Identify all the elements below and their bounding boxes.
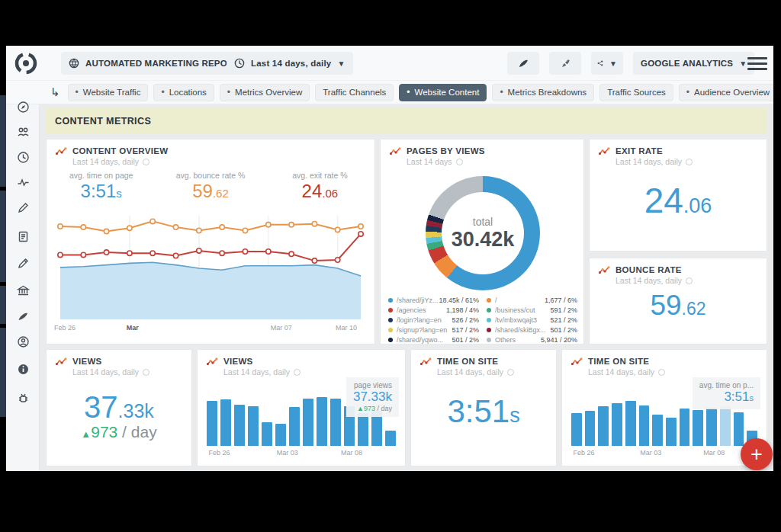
info-circle-icon bbox=[658, 369, 665, 376]
top-toolbar: AUTOMATED MARKETING REPORTS ▼ Last 14 da… bbox=[6, 46, 773, 81]
edge-strip-segment bbox=[0, 95, 6, 187]
sidebar-brush-icon[interactable] bbox=[17, 310, 30, 323]
time-on-site-chart-card: TIME ON SITE Last 14 days, daily Feb 26M… bbox=[561, 349, 767, 466]
section-title: CONTENT METRICS bbox=[55, 116, 151, 127]
chart-widget-icon bbox=[420, 357, 432, 366]
legend-item--shared-yqwo-[interactable]: /shared/yqwo...501 / 2% bbox=[388, 335, 479, 345]
tab-website-traffic[interactable]: •Website Traffic bbox=[68, 84, 149, 101]
tab-label: Locations bbox=[169, 88, 207, 97]
bar bbox=[652, 415, 663, 446]
triangle-up-icon: ▲ bbox=[357, 405, 364, 412]
card-subtitle: Last 14 days, daily bbox=[588, 367, 654, 377]
time-on-site-tooltip: avg. time on p... 3:51s bbox=[693, 377, 760, 409]
legend-dot-icon bbox=[388, 298, 393, 303]
bar bbox=[358, 413, 368, 446]
edge-strip-segment bbox=[0, 328, 6, 417]
tab-website-content[interactable]: •Website Content bbox=[399, 84, 487, 101]
chart-widget-icon bbox=[390, 147, 401, 155]
menu-button[interactable] bbox=[747, 53, 767, 73]
bar bbox=[666, 418, 677, 446]
exit-rate-card: EXIT RATE Last 14 days, daily 24.06 bbox=[589, 139, 767, 252]
sidebar-pen-icon[interactable] bbox=[17, 201, 30, 214]
card-subtitle: Last 14 days, daily bbox=[615, 276, 682, 285]
card-title: EXIT RATE bbox=[615, 146, 663, 155]
tab-traffic-channels[interactable]: Traffic Channels bbox=[315, 84, 394, 101]
legend-item--login-lang-en[interactable]: /login?lang=en526 / 2% bbox=[388, 315, 479, 325]
legend-item--business-cut[interactable]: /business/cut591 / 2% bbox=[487, 305, 577, 315]
legend-dot-icon bbox=[388, 318, 393, 322]
bar bbox=[330, 399, 341, 446]
pages-by-views-card: PAGES BY VIEWS Last 14 days total 30.42k… bbox=[380, 139, 584, 345]
stat-exit-rate: avg. exit rate % 24.06 bbox=[265, 171, 374, 202]
legend-dot-icon bbox=[388, 328, 393, 332]
info-circle-icon bbox=[294, 369, 301, 376]
x-axis-tick: Mar bbox=[127, 324, 139, 332]
caret-down-icon: ▼ bbox=[609, 59, 617, 68]
stat-time-on-page: avg. time on page 3:51s bbox=[47, 171, 156, 202]
bar bbox=[612, 403, 622, 446]
bar bbox=[275, 424, 286, 446]
bar bbox=[706, 408, 717, 446]
tab-audience-overview[interactable]: •Audience Overview bbox=[679, 84, 773, 101]
chart-widget-icon bbox=[207, 357, 218, 366]
tab-metrics-overview[interactable]: •Metrics Overview bbox=[220, 84, 310, 101]
legend-dot-icon bbox=[487, 308, 491, 312]
legend-dot-icon bbox=[388, 338, 393, 342]
info-circle-icon bbox=[456, 159, 463, 165]
bar bbox=[598, 406, 609, 447]
legend-item-others[interactable]: Others5,941 / 20% bbox=[487, 335, 577, 345]
line-chart-x-axis: Feb 26MarMar 07Mar 10 bbox=[54, 324, 367, 335]
magic-brush-button[interactable] bbox=[549, 52, 581, 75]
legend-item--signup-lang-en[interactable]: /signup?lang=en517 / 2% bbox=[388, 325, 479, 335]
date-range-selector[interactable]: Last 14 days, daily ▼ bbox=[227, 52, 353, 75]
sidebar-compass-icon[interactable] bbox=[17, 101, 30, 114]
overview-line-chart bbox=[54, 213, 367, 321]
bar bbox=[262, 422, 272, 447]
sidebar-user-icon[interactable] bbox=[17, 335, 30, 348]
x-axis-tick: Mar 03 bbox=[277, 449, 298, 457]
legend-item--[interactable]: /1,677 / 6% bbox=[487, 295, 577, 305]
tab-label: Traffic Sources bbox=[607, 88, 666, 97]
left-sidebar bbox=[6, 104, 40, 471]
triangle-up-icon: ▲ bbox=[81, 428, 91, 440]
legend-item--agencies[interactable]: /agencies1,198 / 4% bbox=[388, 305, 479, 315]
sidebar-pen-alt-icon[interactable] bbox=[17, 257, 30, 270]
screen-background: AUTOMATED MARKETING REPORTS ▼ Last 14 da… bbox=[0, 0, 781, 532]
bar bbox=[385, 431, 396, 446]
bar bbox=[734, 412, 744, 446]
card-subtitle: Last 14 days, daily bbox=[72, 367, 139, 377]
sidebar-team-icon[interactable] bbox=[17, 126, 30, 139]
overview-stats-row: avg. time on page 3:51s avg. bounce rate… bbox=[47, 171, 374, 202]
sidebar-pulse-icon[interactable] bbox=[17, 176, 30, 189]
sidebar-bank-icon[interactable] bbox=[17, 284, 30, 297]
tab-label: Website Content bbox=[415, 88, 480, 97]
views-tooltip: page views 37.33k ▲973 / day bbox=[346, 377, 399, 417]
views-value: 37.33k bbox=[47, 390, 191, 425]
bar bbox=[303, 399, 313, 446]
source-selector[interactable]: GOOGLE ANALYTICS ▼ bbox=[633, 52, 754, 75]
legend-item--shared-skibgx-[interactable]: /shared/skiBgx...501 / 2% bbox=[487, 325, 577, 335]
menu-icon bbox=[747, 57, 767, 59]
chart-widget-icon bbox=[56, 147, 67, 155]
legend-item--shared-jiyz-[interactable]: /shared/jiYz...18.45k / 61% bbox=[388, 295, 479, 305]
sidebar-globe-clock-icon[interactable] bbox=[17, 151, 30, 164]
theme-brush-button[interactable] bbox=[507, 52, 539, 75]
sidebar-bug-icon[interactable] bbox=[17, 392, 30, 405]
add-widget-fab[interactable]: + bbox=[741, 438, 773, 470]
views-x-axis: Feb 26Mar 03Mar 08 bbox=[207, 449, 396, 458]
share-button[interactable]: ▼ bbox=[591, 52, 623, 75]
tab-locations[interactable]: •Locations bbox=[153, 84, 214, 101]
tab-traffic-sources[interactable]: Traffic Sources bbox=[599, 84, 673, 101]
legend-item--tv-mbxwqajt3[interactable]: /tv/mbxwqajt3521 / 2% bbox=[487, 315, 577, 325]
card-title: VIEWS bbox=[223, 357, 253, 366]
bar bbox=[625, 401, 636, 446]
sidebar-clipboard-icon[interactable] bbox=[17, 230, 30, 243]
tab-metrics-breakdowns[interactable]: •Metrics Breakdowns bbox=[492, 84, 594, 101]
bar bbox=[220, 399, 231, 446]
edge-strip-segment bbox=[0, 191, 6, 282]
time-on-site-number-card: TIME ON SITE Last 14 days, daily 3:51s bbox=[410, 349, 557, 466]
sidebar-info-icon[interactable] bbox=[17, 363, 30, 376]
chart-widget-icon bbox=[599, 266, 610, 274]
card-title: PAGES BY VIEWS bbox=[407, 146, 485, 155]
time-on-site-value: 3:51s bbox=[411, 393, 556, 430]
